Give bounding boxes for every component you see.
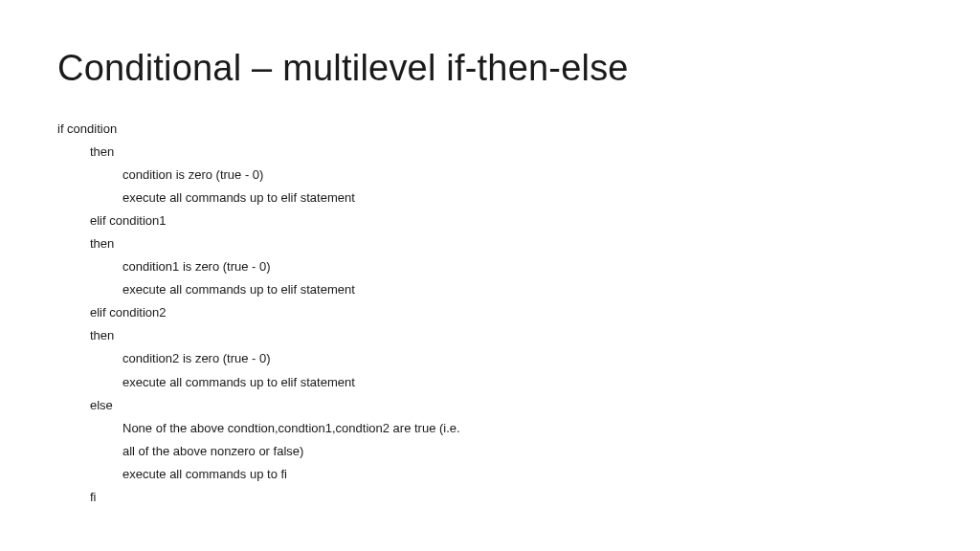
code-line: execute all commands up to elif statemen… <box>57 187 923 209</box>
code-line: then <box>57 232 923 255</box>
code-line: condition1 is zero (true - 0) <box>57 255 923 278</box>
code-line: execute all commands up to elif statemen… <box>57 371 923 394</box>
code-line: condition is zero (true - 0) <box>57 164 923 187</box>
code-line: elif condition1 <box>57 209 923 232</box>
code-line: then <box>57 324 923 347</box>
code-line: None of the above condtion,condtion1,con… <box>57 417 923 440</box>
code-line: if condition <box>57 118 923 141</box>
slide: Conditional – multilevel if-then-else if… <box>0 0 980 551</box>
code-line: condition2 is zero (true - 0) <box>57 347 923 370</box>
code-line: elif condition2 <box>57 301 923 324</box>
slide-title: Conditional – multilevel if-then-else <box>57 48 923 89</box>
code-line: execute all commands up to fi <box>57 463 923 486</box>
code-line: all of the above nonzero or false) <box>57 440 923 463</box>
code-line: then <box>57 141 923 164</box>
code-line: else <box>57 394 923 417</box>
code-line: fi <box>57 486 923 509</box>
code-line: execute all commands up to elif statemen… <box>57 278 923 301</box>
slide-body: if conditionthencondition is zero (true … <box>57 118 923 509</box>
